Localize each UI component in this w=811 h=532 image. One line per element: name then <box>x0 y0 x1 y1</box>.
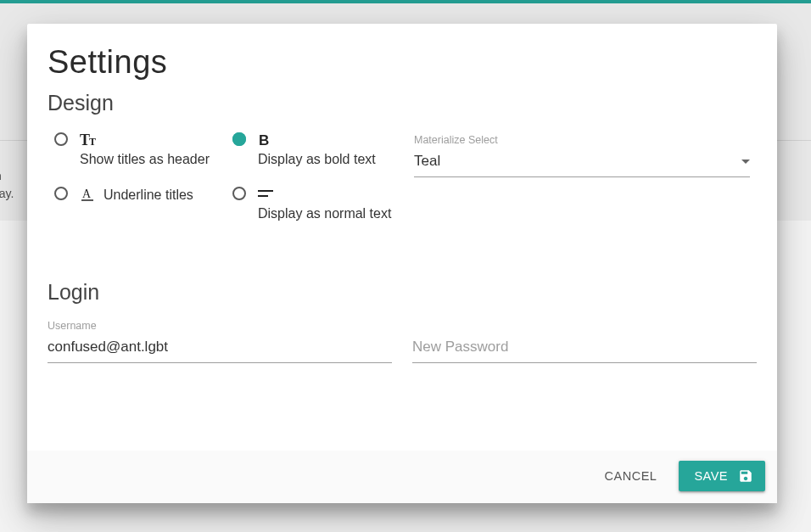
password-field-wrap <box>412 320 757 363</box>
radio-indicator <box>232 187 246 200</box>
radio-display-bold[interactable]: B Display as bold text <box>232 131 397 170</box>
design-column-3: Materialize Select Teal <box>404 131 757 177</box>
save-button[interactable]: SAVE <box>679 461 765 491</box>
svg-text:B: B <box>259 132 269 148</box>
modal-footer: CANCEL SAVE <box>27 451 777 503</box>
radio-indicator <box>54 132 68 146</box>
color-select[interactable]: Teal <box>414 149 750 177</box>
chevron-down-icon <box>741 160 750 164</box>
radio-label: Display as normal text <box>258 204 391 224</box>
radio-show-titles-header[interactable]: TT Show titles as header <box>54 131 219 170</box>
title-icon: TT <box>80 131 98 149</box>
select-value: Teal <box>414 153 440 170</box>
radio-display-normal[interactable]: Display as normal text <box>232 185 397 224</box>
radio-underline-titles[interactable]: A Underline titles <box>54 185 219 205</box>
svg-text:A: A <box>82 188 92 200</box>
bold-icon: B <box>258 131 271 149</box>
cancel-button[interactable]: CANCEL <box>591 461 671 491</box>
modal-title: Settings <box>48 44 757 81</box>
settings-modal: Settings Design TT Show titles as header <box>27 24 777 503</box>
save-icon <box>738 468 753 484</box>
text-icon <box>258 185 273 204</box>
username-input[interactable] <box>48 335 392 363</box>
radio-label: Show titles as header <box>80 149 210 170</box>
design-column-1: TT Show titles as header A Underline tit… <box>48 131 226 221</box>
radio-indicator <box>54 187 68 200</box>
username-label: Username <box>48 320 97 332</box>
svg-text:T: T <box>89 136 96 148</box>
underline-icon: A <box>80 185 95 204</box>
design-heading: Design <box>48 91 757 115</box>
radio-indicator <box>232 132 246 146</box>
select-label: Materialize Select <box>414 134 750 146</box>
login-heading: Login <box>48 280 757 305</box>
login-row: Username <box>48 320 757 363</box>
save-button-label: SAVE <box>694 469 728 483</box>
design-column-2: B Display as bold text Display as normal… <box>226 131 404 239</box>
radio-label: Underline titles <box>103 185 193 205</box>
radio-label: Display as bold text <box>258 149 376 170</box>
username-field-wrap: Username <box>48 320 392 363</box>
design-options-row: TT Show titles as header A Underline tit… <box>48 131 757 239</box>
password-input[interactable] <box>412 335 757 363</box>
